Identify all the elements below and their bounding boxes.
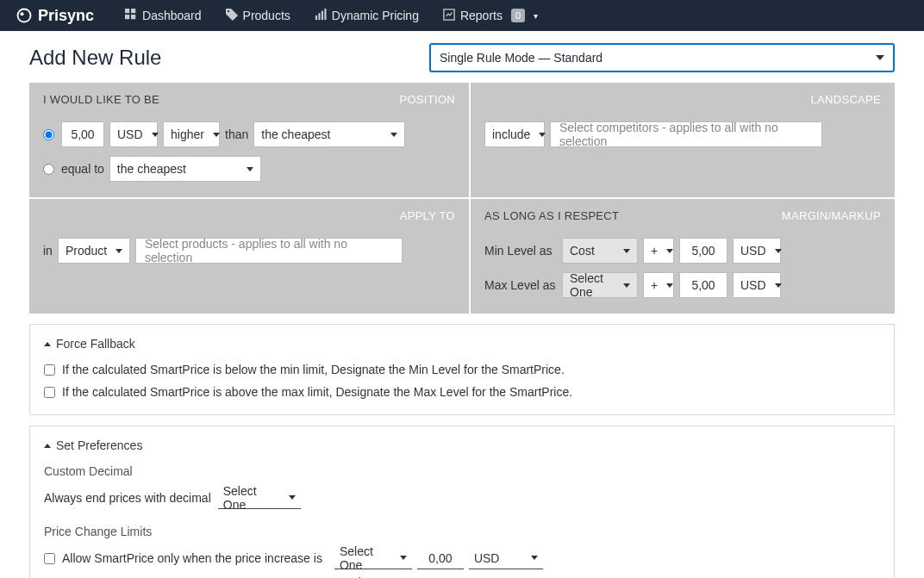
svg-rect-5 (131, 15, 135, 19)
svg-rect-8 (318, 13, 320, 20)
min-basis-select[interactable]: Cost (562, 238, 638, 264)
price-limits-heading: Price Change Limits (44, 525, 880, 538)
chevron-down-icon (390, 133, 397, 137)
rule-mode-value: Single Rule Mode — Standard (440, 51, 602, 65)
panel-margin: AS LONG AS I RESPECT MARGIN/MARKUP Min L… (471, 199, 895, 314)
max-unit-select[interactable]: USD (733, 272, 781, 298)
rule-mode-select[interactable]: Single Rule Mode — Standard (429, 43, 895, 72)
than-label: than (225, 127, 248, 141)
fallback-min-label: If the calculated SmartPrice is below th… (62, 363, 565, 376)
min-level-label: Min Level as (484, 244, 557, 258)
nav-products[interactable]: Products (214, 0, 303, 31)
svg-rect-3 (131, 9, 135, 13)
position-currency-select[interactable]: USD (109, 121, 158, 147)
chevron-down-icon (152, 133, 159, 137)
panel-set-preferences: Set Preferences Custom Decimal Always en… (29, 426, 895, 578)
panel-title: LANDSCAPE (811, 93, 881, 106)
position-mode-equal-radio[interactable] (43, 164, 54, 175)
panel-force-fallback: Force Fallback If the calculated SmartPr… (29, 324, 895, 415)
chevron-down-icon (666, 283, 673, 288)
max-basis-select[interactable]: Select One (562, 272, 638, 298)
equal-to-label: equal to (61, 162, 104, 176)
svg-point-6 (227, 9, 228, 11)
landscape-mode-select[interactable]: include (484, 121, 545, 147)
chevron-down-icon (116, 249, 122, 253)
position-equal-target-select[interactable]: the cheapest (109, 156, 261, 182)
svg-rect-2 (125, 9, 129, 13)
min-unit-select[interactable]: USD (733, 238, 781, 264)
chevron-down-icon (539, 133, 546, 137)
chevron-down-icon (213, 133, 220, 137)
panel-subtitle: I WOULD LIKE TO BE (43, 93, 159, 106)
panel-subtitle: AS LONG AS I RESPECT (484, 209, 619, 222)
svg-point-0 (18, 9, 31, 22)
svg-point-1 (21, 12, 24, 16)
position-amount-input[interactable]: 5,00 (61, 121, 104, 147)
panel-title: APPLY TO (400, 209, 455, 222)
chevron-down-icon (876, 55, 884, 60)
apply-products-input[interactable]: Select products - applies to all with no… (135, 238, 403, 264)
dashboard-icon (125, 9, 137, 23)
position-target-select[interactable]: the cheapest (253, 121, 405, 147)
tag-icon (226, 9, 238, 23)
chevron-down-icon (400, 556, 407, 560)
report-icon (443, 9, 455, 23)
decimal-select[interactable]: Select One (218, 487, 301, 509)
chevron-up-icon (44, 444, 51, 448)
increase-value-input[interactable]: 0,00 (417, 547, 464, 569)
position-mode-relative-radio[interactable] (43, 129, 54, 140)
nav-dynamic-pricing[interactable]: Dynamic Pricing (303, 0, 431, 31)
min-op-select[interactable]: + (643, 238, 674, 264)
apply-scope-select[interactable]: Product (58, 238, 130, 264)
panel-apply-to: APPLY TO in Product Select products - ap… (29, 199, 469, 314)
always-end-label: Always end prices with decimal (44, 491, 211, 505)
chevron-down-icon (775, 249, 782, 253)
nav-reports[interactable]: Reports 0 ▾ (431, 0, 550, 31)
svg-rect-4 (125, 15, 129, 19)
max-op-select[interactable]: + (643, 272, 674, 298)
fallback-max-checkbox[interactable] (44, 387, 55, 398)
nav-badge: 0 (511, 9, 525, 22)
max-level-label: Max Level as (484, 278, 557, 292)
nav-label: Reports (460, 9, 503, 22)
page-title: Add New Rule (29, 46, 161, 70)
nav-dashboard[interactable]: Dashboard (113, 0, 214, 31)
fallback-max-label: If the calculated SmartPrice is above th… (62, 385, 572, 399)
svg-rect-7 (315, 15, 317, 19)
chevron-up-icon (44, 342, 51, 346)
chevron-down-icon (623, 283, 630, 288)
custom-decimal-heading: Custom Decimal (44, 464, 880, 478)
chevron-down-icon (666, 249, 673, 253)
increase-unit-select[interactable]: USD (469, 547, 543, 569)
brand-logo[interactable]: Prisync (16, 7, 94, 25)
min-amount-input[interactable]: 5,00 (679, 238, 727, 264)
landscape-competitors-input[interactable]: Select competitors - applies to all with… (550, 121, 822, 147)
chevron-down-icon: ▾ (534, 11, 538, 21)
allow-increase-checkbox[interactable] (44, 553, 55, 564)
chevron-down-icon (289, 495, 296, 500)
increase-mode-select[interactable]: Select One (334, 547, 412, 569)
chevron-down-icon (775, 283, 782, 288)
chevron-down-icon (247, 167, 253, 171)
in-label: in (43, 244, 53, 258)
position-direction-select[interactable]: higher (163, 121, 220, 147)
panel-title: MARGIN/MARKUP (782, 209, 881, 222)
chevron-down-icon (531, 556, 538, 560)
nav-label: Dynamic Pricing (332, 9, 419, 22)
max-amount-input[interactable]: 5,00 (679, 272, 727, 298)
nav-label: Products (243, 9, 290, 22)
svg-rect-9 (322, 10, 323, 20)
fallback-min-checkbox[interactable] (44, 364, 55, 376)
brand-text: Prisync (38, 7, 94, 25)
brand-icon (16, 7, 33, 24)
nav-label: Dashboard (142, 9, 202, 22)
panel-title: POSITION (399, 93, 455, 106)
allow-increase-label: Allow SmartPrice only when the price inc… (62, 551, 322, 565)
bars-icon (315, 9, 327, 23)
chevron-down-icon (623, 249, 630, 253)
svg-rect-10 (324, 9, 326, 20)
force-fallback-toggle[interactable]: Force Fallback (44, 337, 880, 351)
panel-position: I WOULD LIKE TO BE POSITION 5,00 USD hig… (29, 83, 469, 197)
set-preferences-toggle[interactable]: Set Preferences (44, 438, 880, 452)
panel-landscape: LANDSCAPE include Select competitors - a… (471, 83, 895, 197)
